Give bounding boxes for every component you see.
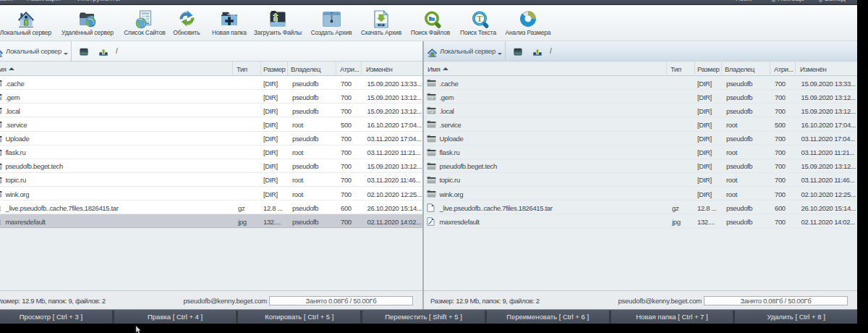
svg-text:T: T [477,14,482,24]
svg-text:ZIP: ZIP [379,24,383,27]
